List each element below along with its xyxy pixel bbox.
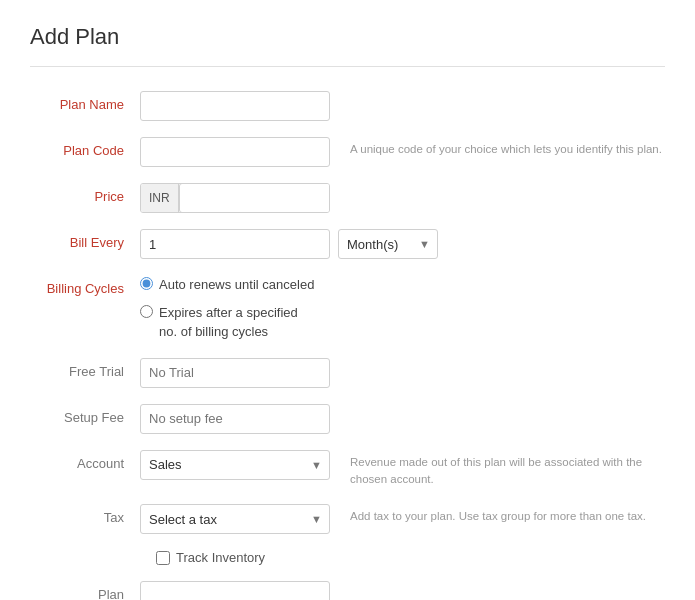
billing-cycles-options-area: Auto renews until canceled Expires after… bbox=[140, 275, 665, 342]
bill-every-value-input[interactable] bbox=[140, 229, 330, 259]
bill-every-input-area: Day(s) Week(s) Month(s) Year(s) ▼ bbox=[140, 229, 665, 259]
billing-cycle-expires-label: Expires after a specifiedno. of billing … bbox=[159, 303, 298, 342]
bill-every-controls: Day(s) Week(s) Month(s) Year(s) ▼ bbox=[140, 229, 665, 259]
price-label: Price bbox=[30, 183, 140, 204]
price-input-area: INR bbox=[140, 183, 665, 213]
plan-description-label: Plan Description bbox=[30, 581, 140, 600]
bill-every-row: Bill Every Day(s) Week(s) Month(s) Year(… bbox=[30, 229, 665, 259]
setup-fee-row: Setup Fee bbox=[30, 404, 665, 434]
tax-hint: Add tax to your plan. Use tax group for … bbox=[350, 510, 646, 522]
tax-row: Tax Select a tax ▼ Add tax to your plan.… bbox=[30, 504, 665, 534]
track-inventory-row: Track Inventory bbox=[30, 550, 665, 565]
plan-code-input[interactable] bbox=[140, 137, 330, 167]
account-hint-area: Revenue made out of this plan will be as… bbox=[330, 450, 665, 489]
price-row: Price INR bbox=[30, 183, 665, 213]
plan-description-row: Plan Description bbox=[30, 581, 665, 600]
plan-name-label: Plan Name bbox=[30, 91, 140, 112]
billing-cycle-option-auto: Auto renews until canceled bbox=[140, 275, 665, 295]
account-label: Account bbox=[30, 450, 140, 471]
plan-description-textarea[interactable] bbox=[140, 581, 330, 600]
free-trial-input-area bbox=[140, 358, 665, 388]
billing-cycle-auto-radio[interactable] bbox=[140, 277, 153, 290]
section-divider bbox=[30, 66, 665, 67]
account-select[interactable]: Sales Services Revenue bbox=[140, 450, 330, 480]
tax-select-wrapper: Select a tax ▼ bbox=[140, 504, 330, 534]
price-input-wrapper: INR bbox=[140, 183, 330, 213]
plan-code-input-area bbox=[140, 137, 330, 167]
plan-code-row: Plan Code A unique code of your choice w… bbox=[30, 137, 665, 167]
track-inventory-checkbox[interactable] bbox=[156, 551, 170, 565]
billing-cycle-auto-label[interactable]: Auto renews until canceled bbox=[159, 275, 314, 295]
add-plan-form: Plan Name Plan Code A unique code of you… bbox=[30, 91, 665, 600]
tax-hint-area: Add tax to your plan. Use tax group for … bbox=[330, 504, 665, 525]
billing-cycles-label: Billing Cycles bbox=[30, 275, 140, 296]
plan-name-input-area bbox=[140, 91, 665, 121]
setup-fee-input[interactable] bbox=[140, 404, 330, 434]
bill-every-period-select[interactable]: Day(s) Week(s) Month(s) Year(s) bbox=[338, 229, 438, 259]
billing-cycle-option-expires: Expires after a specifiedno. of billing … bbox=[140, 303, 665, 342]
bill-every-label: Bill Every bbox=[30, 229, 140, 250]
price-currency-badge: INR bbox=[141, 184, 179, 212]
bill-every-period-wrapper: Day(s) Week(s) Month(s) Year(s) ▼ bbox=[338, 229, 438, 259]
billing-cycles-row: Billing Cycles Auto renews until cancele… bbox=[30, 275, 665, 342]
page-title: Add Plan bbox=[30, 24, 665, 50]
account-hint: Revenue made out of this plan will be as… bbox=[350, 456, 642, 485]
tax-label: Tax bbox=[30, 504, 140, 525]
plan-code-label: Plan Code bbox=[30, 137, 140, 158]
track-inventory-label[interactable]: Track Inventory bbox=[176, 550, 265, 565]
plan-name-row: Plan Name bbox=[30, 91, 665, 121]
billing-cycle-expires-radio[interactable] bbox=[140, 305, 153, 318]
setup-fee-input-area bbox=[140, 404, 665, 434]
plan-code-hint: A unique code of your choice which lets … bbox=[350, 143, 662, 155]
free-trial-row: Free Trial bbox=[30, 358, 665, 388]
tax-select[interactable]: Select a tax bbox=[140, 504, 330, 534]
page-container: Add Plan Plan Name Plan Code A unique co… bbox=[0, 0, 695, 600]
account-row: Account Sales Services Revenue ▼ Revenue… bbox=[30, 450, 665, 489]
setup-fee-label: Setup Fee bbox=[30, 404, 140, 425]
tax-input-area: Select a tax ▼ bbox=[140, 504, 330, 534]
account-select-wrapper: Sales Services Revenue ▼ bbox=[140, 450, 330, 480]
price-value-input[interactable] bbox=[179, 183, 330, 213]
plan-name-input[interactable] bbox=[140, 91, 330, 121]
billing-cycles-options: Auto renews until canceled Expires after… bbox=[140, 275, 665, 342]
plan-description-input-area bbox=[140, 581, 665, 600]
account-input-area: Sales Services Revenue ▼ bbox=[140, 450, 330, 480]
free-trial-label: Free Trial bbox=[30, 358, 140, 379]
free-trial-input[interactable] bbox=[140, 358, 330, 388]
plan-code-hint-area: A unique code of your choice which lets … bbox=[330, 137, 665, 158]
